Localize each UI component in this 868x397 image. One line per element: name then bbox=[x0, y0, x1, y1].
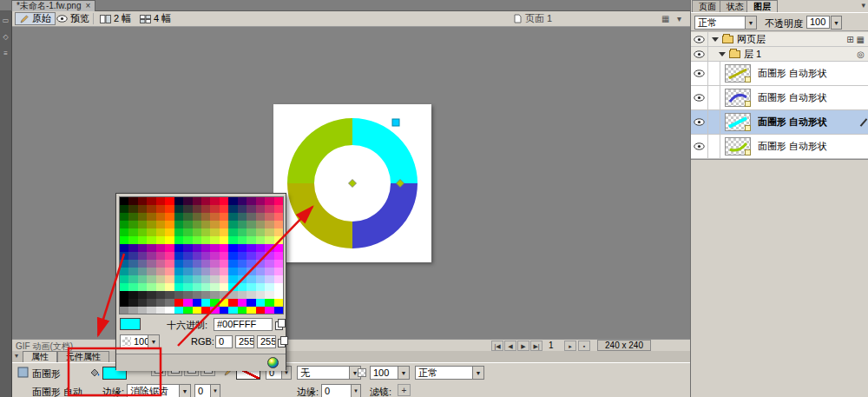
swatch[interactable] bbox=[265, 221, 273, 228]
swatch[interactable] bbox=[165, 252, 174, 260]
object-blend-select[interactable]: 正常 ▼ bbox=[415, 366, 484, 380]
swatch[interactable] bbox=[256, 236, 265, 244]
swatch[interactable] bbox=[238, 268, 247, 275]
swatch[interactable] bbox=[228, 268, 237, 275]
donut-segment-top-right[interactable] bbox=[352, 118, 418, 183]
tab-symbol-properties[interactable]: 元件属性 bbox=[57, 351, 109, 362]
swatch[interactable] bbox=[201, 205, 210, 213]
swatch[interactable] bbox=[174, 213, 183, 221]
swatch[interactable] bbox=[138, 307, 147, 314]
visibility-eye-icon[interactable] bbox=[691, 32, 708, 46]
layer-thumbnail[interactable] bbox=[725, 89, 751, 107]
swatch[interactable] bbox=[201, 236, 210, 244]
swatch[interactable] bbox=[147, 275, 155, 283]
swatch[interactable] bbox=[174, 205, 183, 213]
swatch[interactable] bbox=[247, 244, 255, 252]
swatch[interactable] bbox=[220, 283, 228, 291]
swatch[interactable] bbox=[193, 268, 201, 275]
swatch[interactable] bbox=[265, 307, 273, 314]
swatch[interactable] bbox=[165, 197, 174, 205]
swatch[interactable] bbox=[147, 268, 155, 275]
swatch[interactable] bbox=[265, 275, 273, 283]
swatch[interactable] bbox=[147, 244, 155, 252]
copy-icon[interactable] bbox=[278, 336, 287, 347]
swatch[interactable] bbox=[183, 236, 192, 244]
swatch[interactable] bbox=[147, 197, 155, 205]
swatch[interactable] bbox=[138, 268, 147, 275]
swatch[interactable] bbox=[183, 252, 192, 260]
swatch[interactable] bbox=[274, 221, 283, 228]
swatch[interactable] bbox=[256, 299, 265, 307]
swatch[interactable] bbox=[193, 283, 201, 291]
prev-frame-button[interactable]: ◀ bbox=[504, 341, 516, 351]
swatch[interactable] bbox=[201, 283, 210, 291]
swatch[interactable] bbox=[265, 260, 273, 268]
swatch[interactable] bbox=[210, 205, 219, 213]
copy-icon[interactable] bbox=[275, 319, 285, 329]
expand-chevron-icon[interactable] bbox=[712, 37, 719, 42]
swatch[interactable] bbox=[220, 221, 228, 228]
swatch[interactable] bbox=[147, 291, 155, 299]
swatch[interactable] bbox=[247, 283, 255, 291]
swatch[interactable] bbox=[128, 299, 137, 307]
swatch[interactable] bbox=[183, 299, 192, 307]
swatch[interactable] bbox=[147, 283, 155, 291]
swatch[interactable] bbox=[120, 299, 128, 307]
swatch[interactable] bbox=[265, 299, 273, 307]
swatch[interactable] bbox=[138, 283, 147, 291]
swatch[interactable] bbox=[238, 221, 247, 228]
swatch[interactable] bbox=[120, 252, 128, 260]
swatch[interactable] bbox=[247, 299, 255, 307]
swatch[interactable] bbox=[210, 228, 219, 236]
edge-select[interactable]: 消除锯齿 ▼ bbox=[127, 384, 191, 397]
swatch[interactable] bbox=[120, 268, 128, 275]
swatch[interactable] bbox=[165, 268, 174, 275]
swatch[interactable] bbox=[174, 221, 183, 228]
swatch[interactable] bbox=[210, 283, 219, 291]
swatch[interactable] bbox=[165, 213, 174, 221]
swatch[interactable] bbox=[265, 236, 273, 244]
panel-menu-icon[interactable]: ▾ bbox=[861, 1, 865, 10]
picker-opacity-select[interactable]: 100 ▼ bbox=[120, 334, 160, 348]
swatch[interactable] bbox=[238, 283, 247, 291]
swatch[interactable] bbox=[120, 291, 128, 299]
swatch[interactable] bbox=[165, 236, 174, 244]
swatch[interactable] bbox=[193, 236, 201, 244]
swatch[interactable] bbox=[210, 244, 219, 252]
swatch[interactable] bbox=[138, 221, 147, 228]
swatch[interactable] bbox=[201, 307, 210, 314]
swatch[interactable] bbox=[201, 299, 210, 307]
swatch[interactable] bbox=[120, 236, 128, 244]
swatch[interactable] bbox=[147, 307, 155, 314]
slice-grid-icon[interactable]: ▦ bbox=[857, 35, 865, 44]
swatch[interactable] bbox=[256, 268, 265, 275]
swatch[interactable] bbox=[228, 213, 237, 221]
swatch[interactable] bbox=[147, 228, 155, 236]
swatch[interactable] bbox=[174, 299, 183, 307]
swatch[interactable] bbox=[120, 307, 128, 314]
swatch[interactable] bbox=[120, 197, 128, 205]
swatch[interactable] bbox=[228, 236, 237, 244]
swatch[interactable] bbox=[238, 236, 247, 244]
swatch[interactable] bbox=[201, 228, 210, 236]
swatch[interactable] bbox=[128, 252, 137, 260]
swatch[interactable] bbox=[274, 307, 283, 314]
swatch[interactable] bbox=[238, 244, 247, 252]
swatch[interactable] bbox=[220, 236, 228, 244]
tools-strip[interactable]: ▭ ◇ ≡ bbox=[0, 11, 12, 397]
swatch[interactable] bbox=[247, 260, 255, 268]
swatch[interactable] bbox=[156, 236, 165, 244]
swatch[interactable] bbox=[156, 291, 165, 299]
swatch[interactable] bbox=[201, 244, 210, 252]
swatch[interactable] bbox=[210, 275, 219, 283]
swatch[interactable] bbox=[128, 244, 137, 252]
swatch[interactable] bbox=[274, 283, 283, 291]
swatch[interactable] bbox=[210, 213, 219, 221]
swatch[interactable] bbox=[238, 299, 247, 307]
swatch[interactable] bbox=[147, 221, 155, 228]
swatch[interactable] bbox=[174, 275, 183, 283]
swatch[interactable] bbox=[256, 260, 265, 268]
rgb-g-input[interactable]: 255 bbox=[235, 335, 254, 348]
blend-mode-select[interactable]: 正常 ▼ bbox=[694, 16, 757, 30]
hex-input[interactable]: #00FFFF bbox=[214, 318, 273, 331]
